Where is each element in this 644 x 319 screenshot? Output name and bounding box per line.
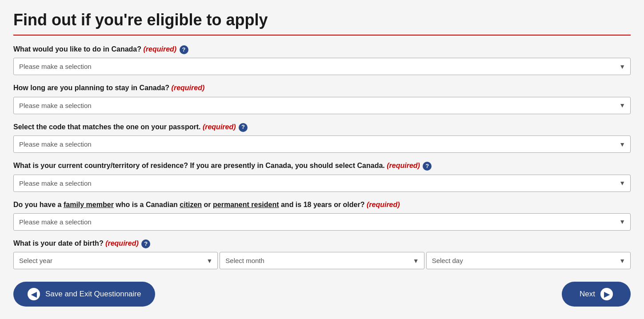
passport-code-select[interactable]: Please make a selection <box>13 136 631 153</box>
next-right-arrow-icon: ▶ <box>600 288 613 300</box>
help-icon-1[interactable]: ? <box>180 45 188 54</box>
question-label-dob: What is your date of birth? (required) ? <box>13 239 631 248</box>
required-badge-2: (required) <box>172 84 205 92</box>
permanent-resident-link[interactable]: permanent resident <box>213 201 279 208</box>
page-title: Find out if you're eligible to apply <box>13 11 631 29</box>
save-label: Save and Exit Questionnaire <box>45 290 141 299</box>
select-wrapper-1: Please make a selection ▼ <box>13 58 631 75</box>
question-label-4: What is your current country/territory o… <box>13 161 631 171</box>
required-badge-5: (required) <box>367 201 400 208</box>
red-divider <box>13 35 631 36</box>
select-wrapper-2: Please make a selection ▼ <box>13 97 631 114</box>
question-passport-code: Select the code that matches the one on … <box>13 122 631 153</box>
question-label-3: Select the code that matches the one on … <box>13 122 631 132</box>
help-icon-dob[interactable]: ? <box>141 239 150 248</box>
question-dob: What is your date of birth? (required) ?… <box>13 239 631 269</box>
how-long-select[interactable]: Please make a selection <box>13 97 631 114</box>
required-badge-3: (required) <box>203 123 236 131</box>
question-label-5: Do you have a family member who is a Can… <box>13 200 631 210</box>
question-how-long: How long are you planning to stay in Can… <box>13 83 631 114</box>
what-to-do-select[interactable]: Please make a selection <box>13 58 631 75</box>
required-badge-dob: (required) <box>105 239 139 247</box>
select-wrapper-5: Please make a selection ▼ <box>13 213 631 231</box>
month-wrapper: Select month ▼ <box>220 252 424 269</box>
dob-month-select[interactable]: Select month <box>220 252 424 269</box>
family-member-link[interactable]: family member <box>64 201 114 208</box>
family-member-select[interactable]: Please make a selection <box>13 213 631 231</box>
question-label-1: What would you like to do in Canada? (re… <box>13 44 631 54</box>
select-wrapper-3: Please make a selection ▼ <box>13 136 631 153</box>
select-wrapper-4: Please make a selection ▼ <box>13 175 631 192</box>
question-what-to-do: What would you like to do in Canada? (re… <box>13 44 631 75</box>
day-wrapper: Select day ▼ <box>426 252 631 269</box>
next-label: Next <box>580 290 595 299</box>
save-left-arrow-icon: ◀ <box>28 288 40 300</box>
footer-row: ◀ Save and Exit Questionnaire Next ▶ <box>13 282 631 307</box>
question-country-residence: What is your current country/territory o… <box>13 161 631 191</box>
help-icon-3[interactable]: ? <box>239 123 248 132</box>
required-badge-1: (required) <box>143 45 176 53</box>
dob-year-select[interactable]: Select year <box>13 252 218 269</box>
citizen-link[interactable]: citizen <box>180 201 202 208</box>
required-badge-4: (required) <box>387 162 420 169</box>
help-icon-4[interactable]: ? <box>423 162 432 171</box>
question-family-member: Do you have a family member who is a Can… <box>13 200 631 231</box>
dob-row: Select year ▼ Select month ▼ Select day … <box>13 252 631 269</box>
dob-day-select[interactable]: Select day <box>426 252 631 269</box>
page-container: Find out if you're eligible to apply Wha… <box>0 0 644 319</box>
country-residence-select[interactable]: Please make a selection <box>13 175 631 192</box>
save-exit-button[interactable]: ◀ Save and Exit Questionnaire <box>13 282 155 307</box>
year-wrapper: Select year ▼ <box>13 252 218 269</box>
question-label-2: How long are you planning to stay in Can… <box>13 83 631 93</box>
next-button[interactable]: Next ▶ <box>562 282 631 307</box>
